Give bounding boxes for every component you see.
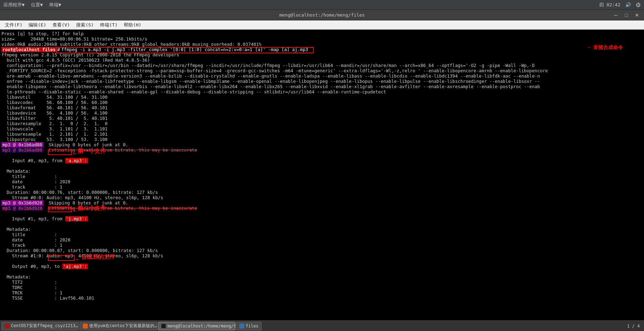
files-icon (239, 324, 244, 329)
taskbar-item-firefox[interactable]: 使用yum在centos下安装最新版的… (80, 322, 157, 330)
term-line: video:0kB audio:204kB subtitle:0kB other… (0, 42, 644, 47)
terminal-area[interactable]: Press [q] to stop, [?] for help size= 20… (0, 30, 644, 320)
window-title: meng@localhost:/home/meng/files (279, 12, 365, 18)
term-line: title : (0, 232, 644, 237)
term-line: size= 204kB time=00:00:06.51 bitrate= 25… (0, 36, 644, 42)
menu-edit[interactable]: 编辑(E) (26, 21, 48, 29)
taskbar-label-terminal: meng@localhost:/home/meng/files (167, 324, 235, 329)
firefox-icon (83, 324, 88, 329)
menu-view[interactable]: 查看(V) (50, 21, 72, 29)
prompt-label: root@localhost files (1, 47, 57, 52)
taskbar: CentOS7安装ffmpeg_csyz1213… 使用yum在centos下安… (0, 320, 644, 331)
output0-line: Output #0, mp3, to 'aj.mp3': (0, 258, 644, 274)
term-line: built with gcc 4.8.5 (GCC) 20150623 (Red… (0, 57, 644, 63)
term-line: libavutil 54. 31.100 / 54. 31.100 (0, 94, 644, 100)
prompt-hash: # (57, 47, 60, 52)
time-display: 四 02:42 (599, 2, 620, 8)
taskbar-label-firefox: 使用yum在centos下安装最新版的… (89, 323, 157, 329)
menu-bar: 文件(F) 编辑(E) 查看(V) 搜索(S) 终端(T) 帮助(H) (0, 20, 644, 30)
term-line: TDRC : (0, 285, 644, 290)
system-bar-right: 四 02:42 🔊 ⏻ (599, 2, 640, 8)
menu-search[interactable]: 搜索(S) (74, 21, 96, 29)
term-line: libswresample 1. 2.101 / 1. 2.101 (0, 131, 644, 137)
term-line: le-pthreads --disable-static --enable-sh… (0, 89, 644, 94)
page-indicator: 1 / 4 (627, 324, 643, 329)
term-line: libavcodec 56. 60.100 / 56. 60.100 (0, 100, 644, 105)
term-line: libpostproc 53. 3.100 / 53. 3.100 (0, 137, 644, 142)
term-line: ffmpeg version 2.8.15 Copyright (c) 2000… (0, 52, 644, 57)
term-line: Metadata: (0, 227, 644, 232)
term-line: Duration: 00:00:00.87, start: 0.000000, … (0, 248, 644, 253)
term-line: Duration: 00:00:00.76, start: 0.000000, … (0, 190, 644, 195)
input0-line: Input #0, mp3, from 'a.mp3': (0, 153, 644, 168)
term-line: date : 2020 (0, 237, 644, 243)
taskbar-item-centos[interactable]: CentOS7安装ffmpeg_csyz1213… (1, 322, 79, 330)
mp3-line-3: mp3 @ 0x1b6d920 Skipping 0 bytes of junk… (0, 200, 644, 206)
terminal-menu[interactable]: 终端▼ (49, 2, 61, 8)
places-menu[interactable]: 位置▼ (31, 2, 43, 8)
power-icon[interactable]: ⏻ (636, 2, 640, 7)
menu-terminal[interactable]: 终端(T) (98, 21, 119, 29)
term-line: Stream #1:0: Audio: mp3, 44100 Hz, stere… (0, 253, 644, 258)
term-line: libavformat 56. 40.101 / 56. 40.101 (0, 105, 644, 110)
input1-line: Input #1, mp3, from 'j.mp3': (0, 211, 644, 227)
maximize-button[interactable]: □ (621, 11, 631, 19)
app-menu[interactable]: 应用程序▼ (4, 2, 25, 8)
minimize-button[interactable]: ─ (611, 11, 621, 19)
taskbar-item-files[interactable]: files (236, 322, 262, 330)
window-controls: ─ □ ✕ (611, 11, 644, 19)
mp3-line-1: mp3 @ 0x1b6ad80 Skipping 0 bytes of junk… (0, 142, 644, 147)
centos-icon (5, 324, 10, 329)
term-line: track : 1 (0, 184, 644, 190)
term-line: Stream #0:0: Audio: mp3, 44100 Hz, stere… (0, 195, 644, 200)
taskbar-item-terminal[interactable]: meng@localhost:/home/meng/files (158, 322, 235, 330)
term-line: Metadata: (0, 168, 644, 174)
close-button[interactable]: ✕ (632, 11, 642, 19)
term-line: libswscale 3. 1.101 / 3. 1.101 (0, 126, 644, 131)
taskbar-label-files: files (246, 324, 258, 329)
menu-help[interactable]: 帮助(H) (122, 21, 143, 29)
command-text: ffmpeg -i a.mp3 -i j.mp3 -filter_complex… (61, 47, 308, 52)
term-line: TRCK : 1 (0, 290, 644, 295)
term-line: enable-libspeex --enable-libtheora --ena… (0, 84, 644, 89)
term-line: track : 1 (0, 243, 644, 248)
term-line: ore-amrwb --enable-libvo-amrwbenc --enab… (0, 73, 644, 79)
term-line: configuration: --prefix=/usr --bindir=/u… (0, 63, 644, 68)
volume-icon[interactable]: 🔊 (625, 2, 631, 7)
title-bar: meng@localhost:/home/meng/files ─ □ ✕ (0, 10, 644, 20)
term-line: _FORTIFY_SOURCE=2 -fexceptions -fstack-p… (0, 68, 644, 73)
mp3-line-4: mp3 @ 0x1b6d920 Estimating duration from… (0, 206, 644, 211)
menu-file[interactable]: 文件(F) (3, 21, 24, 29)
term-line: Metadata: (0, 274, 644, 280)
term-line: date : 2020 (0, 179, 644, 184)
system-bar: 应用程序▼ 位置▼ 终端▼ 四 02:42 🔊 ⏻ (0, 0, 644, 10)
terminal-icon (161, 324, 166, 329)
prompt-line: root@localhost files # ffmpeg -i a.mp3 -… (0, 47, 644, 52)
term-line: libavdevice 56. 4.100 / 56. 4.100 (0, 110, 644, 116)
term-line: TSSE : Lavf56.40.101 (0, 295, 644, 301)
mp3-line-2: mp3 @ 0x1b6ad80 Estimating duration from… (0, 147, 644, 153)
term-line: libavresample 2. 1. 0 / 2. 1. 0 (0, 121, 644, 126)
taskbar-label-centos: CentOS7安装ffmpeg_csyz1213… (11, 323, 78, 329)
term-line: TIT2 : (0, 280, 644, 285)
term-line: Press [q] to stop, [?] for help (0, 31, 644, 36)
system-bar-left: 应用程序▼ 位置▼ 终端▼ (4, 2, 61, 8)
term-line: libavfilter 5. 40.101 / 5. 40.101 (0, 116, 644, 121)
term-line: title : (0, 174, 644, 179)
term-line: onfree --disable-indev=jack --enable-lib… (0, 79, 644, 84)
